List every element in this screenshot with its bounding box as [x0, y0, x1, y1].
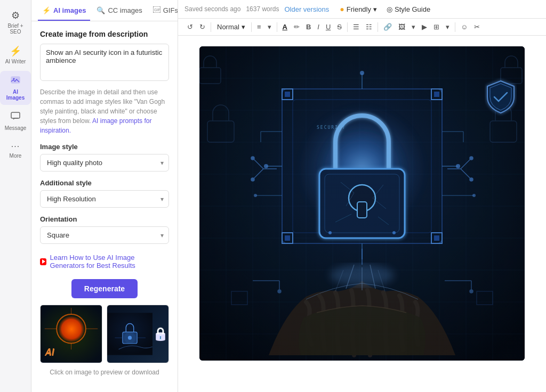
- editor-area[interactable]: SECURITY: [178, 36, 546, 392]
- thumbnail-2[interactable]: [107, 305, 169, 363]
- tab-label: AI images: [53, 6, 86, 14]
- top-toolbar: Saved seconds ago 1637 words Older versi…: [178, 0, 546, 19]
- image-chevron-button[interactable]: ▾: [409, 21, 418, 33]
- tone-label: Friendly: [347, 5, 371, 13]
- thumbnail-1[interactable]: AI: [40, 305, 102, 363]
- prompt-textarea[interactable]: Show an AI security icon in a futuristic…: [40, 44, 169, 81]
- svg-rect-0: [11, 77, 20, 83]
- gifs-tab-icon: GIF: [153, 6, 160, 14]
- style-guide-icon: ◎: [387, 5, 392, 13]
- font-color-button[interactable]: A: [280, 21, 290, 33]
- separator: [378, 22, 378, 32]
- bullet-list-button[interactable]: ☰: [350, 21, 362, 33]
- play-button[interactable]: ▶: [419, 21, 430, 33]
- create-section-title: Create image from description: [40, 30, 169, 38]
- tab-gifs[interactable]: GIF GIFs: [149, 0, 178, 21]
- svg-point-17: [124, 332, 136, 344]
- ai-writer-icon: ⚡: [10, 45, 21, 57]
- svg-point-7: [62, 320, 81, 338]
- orientation-select-wrap: Square Landscape Portrait ▾: [40, 226, 169, 244]
- sidebar-item-message[interactable]: Message: [0, 107, 31, 135]
- style-guide-button[interactable]: ◎ Style Guide: [383, 4, 433, 15]
- style-guide-label: Style Guide: [395, 5, 430, 13]
- cc-images-tab-icon: 🔍: [97, 6, 105, 14]
- prompt-hint: Describe the image in detail and then us…: [40, 87, 169, 135]
- separator: [251, 22, 252, 32]
- redo-button[interactable]: ↻: [197, 21, 208, 33]
- special-chars-button[interactable]: ✂: [471, 21, 483, 33]
- paragraph-style-selector[interactable]: Normal ▾: [214, 21, 248, 32]
- ai-images-icon: [11, 75, 20, 87]
- ai-generated-image[interactable]: SECURITY: [199, 46, 525, 361]
- sidebar-item-ai-writer[interactable]: ⚡ AI Writer: [0, 41, 31, 69]
- paragraph-style-label: Normal: [217, 23, 239, 31]
- additional-style-select-wrap: High Resolution 4K HDR ▾: [40, 190, 169, 208]
- bold-button[interactable]: B: [303, 21, 314, 33]
- older-versions-link[interactable]: Older versions: [284, 5, 329, 13]
- more-icon: ···: [11, 142, 20, 151]
- highlight-button[interactable]: ✏: [291, 21, 302, 33]
- sidebar: ⚙ Brief + SEO ⚡ AI Writer AI Images Mess…: [0, 0, 31, 392]
- orientation-label: Orientation: [40, 215, 169, 223]
- format-toolbar: ↺ ↻ Normal ▾ ≡ ▾ A ✏ B I U S ☰ ☷ 🔗 🖼 ▾ ▶…: [178, 19, 546, 36]
- svg-point-1: [13, 78, 15, 80]
- svg-rect-2: [11, 112, 20, 118]
- align-chevron-button[interactable]: ▾: [265, 21, 274, 33]
- sidebar-item-label: Brief + SEO: [3, 23, 28, 35]
- table-button[interactable]: ⊞: [431, 21, 442, 33]
- sidebar-item-label: AI Writer: [5, 59, 26, 64]
- save-status: Saved seconds ago: [184, 5, 240, 13]
- youtube-icon: [40, 258, 46, 265]
- link-button[interactable]: 🔗: [381, 21, 395, 33]
- separator: [347, 22, 348, 32]
- separator: [455, 22, 455, 32]
- sidebar-item-ai-images[interactable]: AI Images: [0, 71, 31, 105]
- thumbnail-hint: Click on image to preview or download: [40, 369, 169, 376]
- italic-button[interactable]: I: [315, 21, 322, 33]
- tone-selector[interactable]: ● Friendly ▾: [336, 3, 380, 15]
- inspiration-link[interactable]: AI image prompts for inspiration.: [40, 117, 151, 134]
- tab-label: CC images: [108, 6, 142, 14]
- tab-ai-images[interactable]: ⚡ AI images: [38, 0, 90, 21]
- align-button[interactable]: ≡: [254, 21, 264, 33]
- table-chevron-button[interactable]: ▾: [443, 21, 452, 33]
- ai-images-tab-icon: ⚡: [42, 6, 51, 14]
- image-style-select[interactable]: High quality photo Illustration Cartoon: [40, 154, 169, 172]
- orientation-select[interactable]: Square Landscape Portrait: [40, 226, 169, 244]
- sidebar-item-more[interactable]: ··· More: [0, 137, 31, 163]
- sidebar-item-label: More: [10, 153, 22, 159]
- brief-seo-icon: ⚙: [11, 10, 20, 21]
- panel: ⚡ AI images 🔍 CC images GIF GIFs ❮ Creat…: [31, 0, 178, 392]
- strikethrough-button[interactable]: S: [334, 21, 344, 33]
- undo-button[interactable]: ↺: [184, 21, 196, 33]
- underline-button[interactable]: U: [323, 21, 333, 33]
- svg-text:GIF: GIF: [154, 8, 160, 12]
- word-count: 1637 words: [246, 5, 279, 13]
- tab-cc-images[interactable]: 🔍 CC images: [92, 0, 146, 21]
- separator: [211, 22, 211, 32]
- message-icon: [11, 111, 20, 124]
- thumbnail-gallery: AI: [40, 305, 169, 363]
- tab-label: GIFs: [163, 6, 178, 14]
- sidebar-item-label: Message: [5, 125, 27, 131]
- svg-point-8: [66, 324, 76, 334]
- image-style-label: Image style: [40, 143, 169, 151]
- additional-style-select[interactable]: High Resolution 4K HDR: [40, 190, 169, 208]
- panel-tabs: ⚡ AI images 🔍 CC images GIF GIFs ❮: [31, 0, 178, 21]
- svg-point-6: [57, 314, 86, 344]
- svg-text:AI: AI: [45, 347, 54, 356]
- numbered-list-button[interactable]: ☷: [363, 21, 375, 33]
- main-area: Saved seconds ago 1637 words Older versi…: [178, 0, 546, 392]
- emoji-button[interactable]: ☺: [458, 21, 470, 33]
- regenerate-button[interactable]: Regenerate: [71, 279, 138, 298]
- separator: [277, 22, 277, 32]
- tone-dot-icon: ●: [340, 5, 344, 13]
- learn-link[interactable]: Learn How to Use AI Image Generators for…: [40, 254, 169, 270]
- paragraph-style-chevron: ▾: [242, 23, 245, 31]
- sidebar-item-brief-seo[interactable]: ⚙ Brief + SEO: [0, 5, 31, 39]
- image-button[interactable]: 🖼: [396, 21, 408, 33]
- image-style-select-wrap: High quality photo Illustration Cartoon …: [40, 154, 169, 172]
- additional-style-label: Additional style: [40, 179, 169, 187]
- tone-chevron-icon: ▾: [373, 5, 377, 13]
- sidebar-item-label: AI Images: [3, 89, 28, 101]
